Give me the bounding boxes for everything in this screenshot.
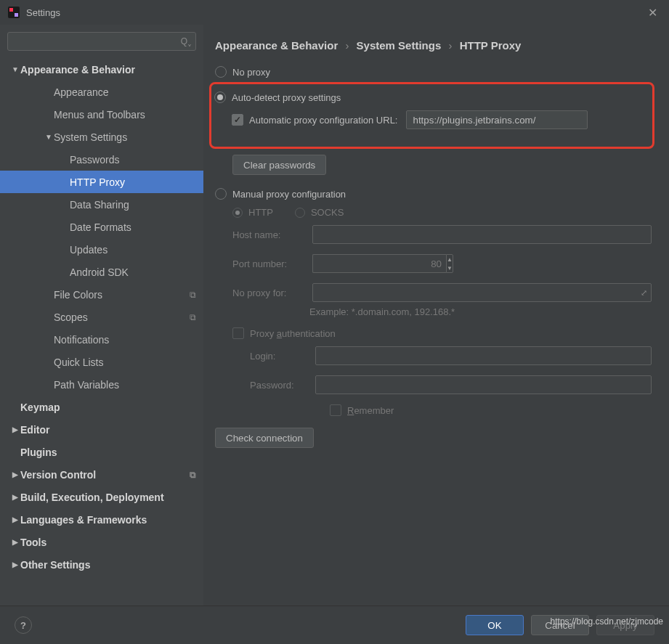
- tree-item-label: Appearance: [54, 86, 196, 98]
- tree-item-label: Android SDK: [70, 266, 196, 278]
- radio-http: [232, 208, 243, 218]
- tree-item[interactable]: File Colors⧉: [0, 283, 203, 306]
- label-noproxy-for: No proxy for:: [232, 288, 312, 298]
- tree-item[interactable]: Android SDK: [0, 261, 203, 283]
- tree-item[interactable]: ▶Build, Execution, Deployment: [0, 486, 203, 508]
- close-icon[interactable]: ✕: [644, 4, 662, 21]
- label-no-proxy: No proxy: [232, 67, 270, 78]
- tree-item-label: Build, Execution, Deployment: [20, 492, 196, 503]
- spinner-up-icon: ▲: [447, 255, 453, 264]
- tree-item[interactable]: Path Variables: [0, 373, 203, 396]
- label-password: Password:: [250, 380, 315, 391]
- tree-item-label: Updates: [70, 244, 196, 256]
- tree-item[interactable]: ▶Tools: [0, 531, 203, 553]
- tree-item-label: Notifications: [54, 334, 196, 346]
- label-port: Port number:: [232, 258, 312, 269]
- chevron-right-icon: ▶: [10, 561, 20, 568]
- chevron-right-icon: ▶: [10, 515, 20, 523]
- breadcrumb: Appearance & Behavior › System Settings …: [215, 39, 652, 52]
- app-icon: [7, 6, 20, 19]
- tree-item-label: File Colors: [54, 289, 190, 301]
- check-connection-button[interactable]: Check connection: [215, 428, 314, 448]
- breadcrumb-1[interactable]: Appearance & Behavior: [215, 39, 338, 52]
- tree-item[interactable]: Menus and Toolbars: [0, 103, 203, 126]
- ok-button[interactable]: OK: [466, 615, 524, 635]
- project-scope-icon: ⧉: [190, 290, 196, 300]
- tree-item-label: Editor: [20, 424, 196, 436]
- svg-rect-1: [9, 8, 13, 12]
- tree-item-label: Languages & Frameworks: [20, 514, 196, 526]
- radio-no-proxy[interactable]: [215, 66, 227, 78]
- tree-item-label: Version Control: [20, 469, 190, 481]
- tree-item[interactable]: Passwords: [0, 148, 203, 171]
- window-title: Settings: [26, 7, 60, 18]
- tree-item-label: Passwords: [70, 154, 196, 166]
- chevron-down-icon: ▼: [10, 65, 20, 73]
- checkbox-proxy-auth: [232, 327, 244, 339]
- tree-item-label: Tools: [20, 537, 196, 548]
- chevron-right-icon: ▶: [10, 425, 20, 433]
- tree-item-label: HTTP Proxy: [70, 176, 196, 188]
- project-scope-icon: ⧉: [190, 312, 196, 322]
- breadcrumb-3: HTTP Proxy: [460, 39, 522, 52]
- label-socks: SOCKS: [311, 207, 344, 218]
- tree-item[interactable]: ▶Editor: [0, 418, 203, 441]
- input-auto-url[interactable]: [406, 110, 588, 129]
- clear-passwords-button[interactable]: Clear passwords: [232, 155, 326, 175]
- chevron-right-icon: ▶: [10, 493, 20, 501]
- search-input[interactable]: [7, 32, 196, 51]
- tree-item[interactable]: HTTP Proxy: [0, 171, 203, 193]
- tree-item[interactable]: Scopes⧉: [0, 306, 203, 328]
- titlebar: Settings ✕: [0, 0, 669, 25]
- tree-item[interactable]: ▶Version Control⧉: [0, 463, 203, 486]
- tree-item[interactable]: ▶Languages & Frameworks: [0, 508, 203, 531]
- chevron-right-icon: ▶: [10, 470, 20, 478]
- label-http: HTTP: [248, 207, 273, 218]
- settings-tree: ▼Appearance & BehaviorAppearanceMenus an…: [0, 55, 203, 606]
- label-auto-detect: Auto-detect proxy settings: [232, 92, 341, 103]
- tree-item[interactable]: ▼System Settings: [0, 126, 203, 148]
- label-host: Host name:: [232, 229, 312, 240]
- breadcrumb-2[interactable]: System Settings: [357, 39, 442, 52]
- tree-item-label: Data Sharing: [70, 199, 196, 211]
- tree-item[interactable]: Quick Lists: [0, 351, 203, 373]
- checkbox-remember: [330, 404, 341, 416]
- tree-item[interactable]: Appearance: [0, 81, 203, 103]
- input-host: [312, 225, 652, 244]
- example-text: Example: *.domain.com, 192.168.*: [309, 306, 652, 317]
- tree-item[interactable]: Plugins: [0, 441, 203, 463]
- project-scope-icon: ⧉: [190, 470, 196, 480]
- svg-rect-2: [15, 13, 18, 17]
- expand-icon: ⤢: [641, 288, 647, 298]
- input-password: [315, 375, 652, 394]
- tree-item-label: Appearance & Behavior: [20, 64, 196, 76]
- tree-item-label: Other Settings: [20, 559, 196, 571]
- label-manual: Manual proxy configuration: [232, 189, 346, 200]
- tree-item-label: Quick Lists: [54, 356, 196, 368]
- tree-item-label: Scopes: [54, 311, 190, 323]
- tree-item[interactable]: Date Formats: [0, 216, 203, 238]
- label-proxy-auth: Proxy authentication: [250, 328, 336, 339]
- tree-item[interactable]: Notifications: [0, 328, 203, 351]
- tree-item[interactable]: ▼Appearance & Behavior: [0, 58, 203, 81]
- highlight-annotation: Auto-detect proxy settings Automatic pro…: [209, 82, 654, 149]
- input-login: [315, 346, 652, 365]
- tree-item-label: Date Formats: [70, 221, 196, 233]
- radio-auto-detect[interactable]: [214, 91, 226, 103]
- radio-manual[interactable]: [215, 188, 227, 200]
- chevron-right-icon: ▶: [10, 538, 20, 546]
- help-button[interactable]: ?: [15, 616, 32, 634]
- label-login: Login:: [250, 351, 315, 362]
- tree-item[interactable]: ▶Other Settings: [0, 553, 203, 576]
- label-auto-url: Automatic proxy configuration URL:: [249, 115, 397, 126]
- content-panel: Appearance & Behavior › System Settings …: [203, 25, 669, 606]
- label-remember: Remember: [347, 405, 394, 416]
- checkbox-auto-url[interactable]: [232, 114, 243, 126]
- tree-item[interactable]: Keymap: [0, 396, 203, 418]
- chevron-down-icon: ▼: [44, 133, 54, 141]
- tree-item-label: System Settings: [54, 131, 196, 143]
- tree-item-label: Path Variables: [54, 379, 196, 391]
- tree-item-label: Plugins: [20, 447, 196, 458]
- tree-item[interactable]: Data Sharing: [0, 193, 203, 216]
- tree-item[interactable]: Updates: [0, 238, 203, 261]
